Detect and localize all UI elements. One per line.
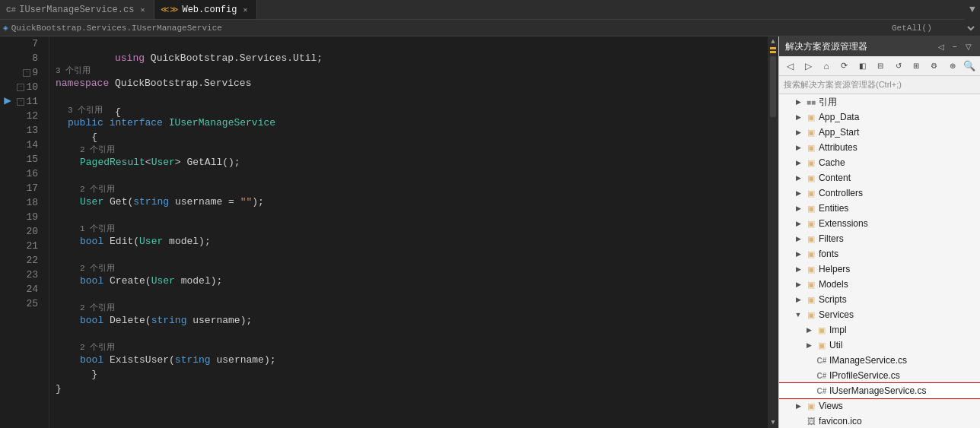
tree-expand-impl[interactable]: ▶ bbox=[803, 325, 814, 335]
tree-item-controllers[interactable]: ▶ ▣ Controllers bbox=[779, 185, 980, 201]
tree-item-util[interactable]: ▶ ▣ Util bbox=[779, 338, 980, 353]
tree-item-models[interactable]: ▶ ▣ Models bbox=[779, 277, 980, 292]
tab-cs-icon: C# bbox=[6, 5, 16, 14]
tree-expand-attributes[interactable]: ▶ bbox=[793, 142, 803, 153]
panel-header-controls: ◁ − ▽ bbox=[936, 41, 974, 52]
folder-views-icon: ▣ bbox=[805, 400, 817, 412]
tab-webconfig[interactable]: ≪≫ Web.config ✕ bbox=[154, 0, 257, 19]
folder-services-icon: ▣ bbox=[805, 309, 817, 321]
cs-iusermanage-icon: C# bbox=[816, 385, 828, 397]
tree-item-attributes[interactable]: ▶ ▣ Attributes bbox=[779, 140, 980, 155]
tree-item-imanage[interactable]: ▶ C# IManageService.cs bbox=[779, 353, 980, 368]
tab-xml-icon: ≪≫ bbox=[161, 5, 179, 14]
folder-entities-icon: ▣ bbox=[805, 202, 817, 214]
folder-extenssions-icon: ▣ bbox=[805, 217, 817, 230]
tree-item-services[interactable]: ▼ ▣ Services bbox=[779, 307, 980, 322]
tree-item-content[interactable]: ▶ ▣ Content bbox=[779, 170, 980, 185]
panel-expand-btn[interactable]: ▽ bbox=[963, 41, 974, 52]
error-marker-top bbox=[770, 47, 776, 49]
tree-expand-helpers[interactable]: ▶ bbox=[793, 264, 803, 274]
code-line-15: 2 个引用 User Get(string username = ""); bbox=[56, 184, 762, 209]
se-collapse-btn[interactable]: ◧ bbox=[854, 59, 871, 74]
folder-app-data-icon: ▣ bbox=[805, 111, 817, 123]
tree-item-filters[interactable]: ▶ ▣ Filters bbox=[779, 231, 980, 246]
se-filter-btn[interactable]: ⊟ bbox=[872, 59, 889, 74]
breadcrumb-method-select[interactable]: GetAll() bbox=[886, 21, 977, 36]
tree-item-views[interactable]: ▶ ▣ Views bbox=[779, 398, 980, 414]
tree-expand-views[interactable]: ▶ bbox=[793, 401, 803, 411]
folder-util-icon: ▣ bbox=[816, 339, 828, 351]
breadcrumb-path[interactable]: QuickBootstrap.Services.IUserManageServi… bbox=[11, 24, 222, 33]
tab-dropdown-btn[interactable]: ▼ bbox=[965, 0, 980, 20]
folder-attributes-icon: ▣ bbox=[805, 141, 817, 154]
panel-pin-btn[interactable]: ◁ bbox=[936, 41, 947, 52]
left-margin: ▶ bbox=[0, 36, 15, 428]
folder-fonts-icon: ▣ bbox=[805, 248, 817, 260]
tree-item-app-data[interactable]: ▶ ▣ App_Data bbox=[779, 109, 980, 125]
scrollbar-thumb[interactable] bbox=[770, 56, 776, 117]
editor[interactable]: 7 8 -9 -10 -11 12 13 14 15 16 17 18 19 bbox=[15, 36, 768, 428]
tree-item-helpers[interactable]: ▶ ▣ Helpers bbox=[779, 262, 980, 277]
se-refresh-btn[interactable]: ↺ bbox=[890, 59, 907, 74]
tree-expand-filters[interactable]: ▶ bbox=[793, 233, 803, 244]
tree-expand-entities[interactable]: ▶ bbox=[793, 203, 803, 214]
editor-scrollbar[interactable]: ▲ ▼ bbox=[768, 36, 778, 428]
tree-expand-controllers[interactable]: ▶ bbox=[793, 188, 803, 198]
tree-item-entities[interactable]: ▶ ▣ Entities bbox=[779, 201, 980, 216]
se-home-btn[interactable]: ⌂ bbox=[818, 59, 835, 74]
tree-expand-models[interactable]: ▶ bbox=[793, 279, 803, 290]
se-pin2-btn[interactable]: ⊕ bbox=[944, 59, 961, 74]
code-line-13: 2 个引用 PagedResult<User> GetAll(); bbox=[56, 144, 762, 170]
tree-expand-scripts[interactable]: ▶ bbox=[793, 294, 803, 305]
tree-expand-services[interactable]: ▼ bbox=[793, 309, 803, 320]
tree-item-fonts[interactable]: ▶ ▣ fonts bbox=[779, 246, 980, 262]
se-forward-btn[interactable]: ▷ bbox=[800, 59, 817, 74]
tree-expand-app-data[interactable]: ▶ bbox=[793, 112, 803, 122]
code-line-18 bbox=[56, 249, 762, 263]
tree-expand-fonts[interactable]: ▶ bbox=[793, 249, 803, 259]
breadcrumb-prefix-icon: ◈ bbox=[3, 23, 8, 33]
tree-expand-cache[interactable]: ▶ bbox=[793, 157, 803, 168]
tree-item-favicon[interactable]: ▶ 🖼 favicon.ico bbox=[779, 414, 980, 428]
tree-expand-extenssions[interactable]: ▶ bbox=[793, 218, 803, 229]
code-content[interactable]: using QuickBootstrap.Services.Util; 3 个引… bbox=[49, 36, 768, 428]
tree-expand-content[interactable]: ▶ bbox=[793, 173, 803, 183]
main-area: ▶ 7 8 -9 -10 -11 12 13 14 bbox=[0, 36, 980, 428]
folder-cache-icon: ▣ bbox=[805, 157, 817, 169]
solution-tree[interactable]: ▶ ■■ 引用 ▶ ▣ App_Data ▶ ▣ App_Start bbox=[779, 94, 980, 428]
line-numbers: 7 8 -9 -10 -11 12 13 14 15 16 17 18 19 bbox=[15, 36, 49, 428]
panel-minus-btn[interactable]: − bbox=[950, 41, 960, 52]
code-line-7: using QuickBootstrap.Services.Util; bbox=[56, 36, 762, 51]
tree-item-iprofile[interactable]: ▶ C# IProfileService.cs bbox=[779, 368, 980, 383]
breakpoint-arrow-icon: ▶ bbox=[0, 94, 15, 109]
tree-item-iusermanage[interactable]: ▶ C# IUserManageService.cs bbox=[779, 383, 980, 398]
breadcrumb-bar: ◈ QuickBootstrap.Services.IUserManageSer… bbox=[0, 20, 980, 36]
code-line-21: 2 个引用 bool Delete(string username); bbox=[56, 303, 762, 328]
code-line-12: { bbox=[56, 130, 762, 144]
tree-expand-util[interactable]: ▶ bbox=[803, 340, 814, 350]
se-files-btn[interactable]: ⊞ bbox=[908, 59, 924, 74]
tab-webconfig-label: Web.config bbox=[182, 5, 237, 15]
se-search-btn[interactable]: 🔍 bbox=[962, 59, 977, 74]
tree-item-extenssions[interactable]: ▶ ▣ Extenssions bbox=[779, 216, 980, 231]
tree-item-cache[interactable]: ▶ ▣ Cache bbox=[779, 155, 980, 170]
tab-iuser[interactable]: C# IUserManageService.cs ✕ bbox=[0, 0, 154, 19]
tree-expand-app-start[interactable]: ▶ bbox=[793, 127, 803, 138]
se-props-btn[interactable]: ⚙ bbox=[926, 59, 943, 74]
code-line-24: } bbox=[56, 367, 762, 382]
se-toolbar: ◁ ▷ ⌂ ⟳ ◧ ⊟ ↺ ⊞ ⚙ ⊕ 🔍 bbox=[779, 56, 980, 76]
tree-item-app-start[interactable]: ▶ ▣ App_Start bbox=[779, 125, 980, 140]
code-line-20 bbox=[56, 288, 762, 303]
tree-item-scripts[interactable]: ▶ ▣ Scripts bbox=[779, 292, 980, 307]
tree-item-ref[interactable]: ▶ ■■ 引用 bbox=[779, 94, 980, 109]
folder-filters-icon: ▣ bbox=[805, 233, 817, 245]
tab-webconfig-close[interactable]: ✕ bbox=[240, 5, 250, 15]
code-line-9: 3 个引用 namespace QuickBootstrap.Services bbox=[56, 65, 762, 90]
folder-scripts-icon: ▣ bbox=[805, 293, 817, 306]
tab-iuser-close[interactable]: ✕ bbox=[137, 5, 148, 15]
se-back-btn[interactable]: ◁ bbox=[782, 59, 799, 74]
tree-expand-ref[interactable]: ▶ bbox=[793, 97, 803, 107]
tab-iuser-label: IUserManageService.cs bbox=[19, 5, 134, 15]
tree-item-impl[interactable]: ▶ ▣ Impl bbox=[779, 322, 980, 338]
se-sync-btn[interactable]: ⟳ bbox=[836, 59, 853, 74]
